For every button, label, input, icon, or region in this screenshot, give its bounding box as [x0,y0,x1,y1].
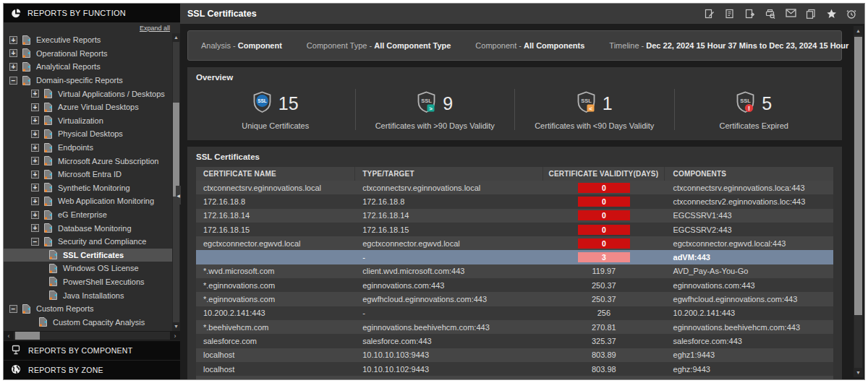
table-row[interactable]: 172.16.18.15172.16.18.150EGCSSRV2:443 [196,223,833,236]
type-target-cell: 172.16.18.14 [355,211,543,220]
column-header-type-target[interactable]: TYPE/TARGET [355,167,543,181]
tree-item-microsoft-entra-id[interactable]: +Microsoft Entra ID [4,168,172,181]
table-row[interactable]: 172.16.9.21:443-1316egesxisrv8 [196,376,833,379]
tree-item-executive-reports[interactable]: +Executive Reports [4,33,172,47]
scroll-left-icon[interactable]: ‹ [4,332,14,340]
table-row[interactable]: localhost10.10.10.103:9443803.89eghz1:94… [196,348,833,362]
main-scroll-thumb[interactable] [854,37,862,315]
expand-plus-icon[interactable]: + [9,63,17,71]
tree-item-operational-reports[interactable]: +Operational Reports [4,47,172,61]
tree-item-azure-virtual-desktops[interactable]: +Azure Virtual Desktops [4,100,172,114]
table-row[interactable]: localhost10.10.10.102:9443803.98eghz:944… [196,362,833,376]
filter-timeline[interactable]: Timeline - Dec 22, 2024 15 Hour 37 Mins … [609,41,849,50]
scroll-down-icon[interactable]: ▼ [856,368,861,377]
tree-item-synthetic-monitoring[interactable]: +Synthetic Monitoring [4,181,172,195]
collapse-minus-icon[interactable]: − [9,305,17,313]
tree-item-ssl-certificates[interactable]: SSL Certificates [4,249,172,262]
tree-item-java-installations[interactable]: Java Installations [4,288,172,302]
schedule-report-icon[interactable] [846,9,857,20]
table-row[interactable]: *.wvd.microsoft.comclient.wvd.microsoft.… [196,264,833,278]
expand-plus-icon[interactable]: + [31,103,39,111]
tree-item-virtualization[interactable]: +Virtualization [4,114,172,128]
expand-plus-icon[interactable]: + [31,224,39,232]
table-row[interactable]: *.eginnovations.comegwfhcloud.eginnovati… [196,292,833,306]
scroll-up-icon[interactable]: ▲ [856,26,861,35]
report-template-icon[interactable] [725,9,736,20]
sidebar-collapse-handle[interactable]: ◀ [176,186,181,205]
collapse-minus-icon[interactable]: − [9,77,17,85]
tree-item-windows-os-license[interactable]: Windows OS License [4,262,172,275]
expand-plus-icon[interactable]: + [31,184,39,192]
expand-plus-icon[interactable]: + [9,36,17,44]
expand-plus-icon[interactable]: + [31,130,39,138]
sidebar-title: REPORTS BY FUNCTION [27,9,126,17]
column-header-certificate-validity-days-[interactable]: CERTIFICATE VALIDITY(DAYS) [543,167,664,181]
filter-component[interactable]: Component - All Components [475,41,584,50]
report-doc-icon [43,196,54,207]
sidebar-vertical-scrollbar[interactable]: ▲ ▼ [172,33,180,331]
tree-item-custom-reports[interactable]: −Custom Reports [4,302,172,316]
table-row[interactable]: 10.200.2.141:443-25610.200.2.141:443 [196,306,833,320]
sidebar-hscroll-track[interactable] [14,332,170,340]
tree-item-physical-desktops[interactable]: +Physical Desktops [4,127,172,141]
filter-analysis[interactable]: Analysis - Component [201,41,282,50]
sidebar-scroll-thumb[interactable] [173,103,179,197]
table-row[interactable]: 172.16.18.8172.16.18.80ctxconnectsrv2.eg… [196,194,833,208]
sidebar-scroll-track[interactable] [173,42,179,322]
column-header-certificate-name[interactable]: CERTIFICATE NAME [196,167,355,181]
export-report-icon[interactable] [745,9,756,20]
filter-bar[interactable]: Analysis - ComponentComponent Type - All… [187,30,842,61]
scroll-up-icon[interactable]: ▲ [174,33,179,42]
expand-plus-icon[interactable]: + [31,116,39,124]
email-report-icon[interactable] [786,9,796,20]
tree-item-domain-specific-reports[interactable]: −Domain-specific Reports [4,74,172,87]
expand-plus-icon[interactable]: + [9,49,17,57]
expand-plus-icon[interactable]: + [31,90,39,98]
certificate-name-cell: localhost [196,350,355,359]
tree-item-powershell-executions[interactable]: PowerShell Executions [4,275,172,289]
filter-component-type[interactable]: Component Type - All Component Type [307,41,451,50]
expand-plus-icon[interactable]: + [31,157,39,165]
report-panels: Analysis - ComponentComponent Type - All… [180,24,849,379]
tree-item-custom-capacity-analysis[interactable]: Custom Capacity Analysis [4,315,172,329]
main-vertical-scrollbar[interactable]: ▲ ▼ [854,26,863,377]
copy-report-icon[interactable] [806,9,817,20]
expand-plus-icon[interactable]: + [31,197,39,205]
column-header-components[interactable]: COMPONENTS [665,167,833,181]
report-doc-icon [43,210,54,220]
table-row[interactable]: *.eginnovations.comeginnovations.com:443… [196,278,833,292]
sidebar-footer-reports-by-zone[interactable]: REPORTS BY ZONE [4,360,180,379]
scroll-down-icon[interactable]: ▼ [174,322,179,331]
main-scroll-track[interactable] [854,35,862,368]
sidebar-horizontal-scrollbar[interactable]: ‹ › [4,331,180,340]
scroll-right-icon[interactable]: › [170,332,180,340]
sidebar-header[interactable]: REPORTS BY FUNCTION [4,4,180,22]
tree-item-virtual-applications-desktops[interactable]: +Virtual Applications / Desktops [4,87,172,100]
sidebar-footer-reports-by-component[interactable]: REPORTS BY COMPONENT [4,340,180,360]
tree-item-eg-enterprise[interactable]: +eG Enterprise [4,208,172,222]
svg-text:SSL: SSL [741,97,752,103]
table-row[interactable]: 172.16.18.14172.16.18.140EGCSSRV1:443 [196,209,833,223]
expand-plus-icon[interactable]: + [31,144,39,152]
tree-item-security-and-compliance[interactable]: −Security and Compliance [4,235,172,249]
favorite-star-icon[interactable] [826,9,837,20]
tree-item-microsoft-azure-subscription[interactable]: +Microsoft Azure Subscription [4,154,172,168]
tree-item-database-monitoring[interactable]: +Database Monitoring [4,221,172,235]
print-preview-icon[interactable] [765,9,776,20]
table-row[interactable]: salesforce.comsalesforce.com:443325.37sa… [196,334,833,348]
expand-plus-icon[interactable]: + [31,211,39,219]
validity-cell: 270.81 [543,323,664,332]
expand-all-link[interactable]: Expand all [140,25,170,32]
tree-item-web-application-monitoring[interactable]: +Web Application Monitoring [4,194,172,208]
edit-report-icon[interactable] [705,9,715,20]
expand-plus-icon[interactable]: + [31,171,39,178]
table-row[interactable]: *.beehivehcm.comeginnovations.beehivehcm… [196,320,833,334]
collapse-minus-icon[interactable]: − [31,238,39,246]
tree-item-analytical-reports[interactable]: +Analytical Reports [4,60,172,74]
table-row[interactable]: -3adVM:443 [196,250,833,264]
table-row[interactable]: ctxconnectsrv.eginnovations.localctxconn… [196,181,833,194]
table-row[interactable]: egctxconnector.egwvd.localegctxconnector… [196,236,833,250]
tree-item-endpoints[interactable]: +Endpoints [4,141,172,155]
type-target-cell: eginnovations.beehivehcm.com:443 [355,323,543,332]
sidebar-hscroll-thumb[interactable] [15,332,40,340]
